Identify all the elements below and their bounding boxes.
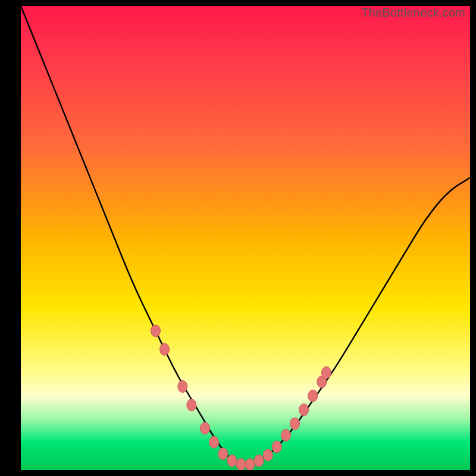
data-marker xyxy=(272,441,281,453)
data-marker xyxy=(160,343,170,355)
watermark-label: TheBottleneck.com xyxy=(361,6,465,20)
data-marker xyxy=(290,418,300,430)
plot-area: TheBottleneck.com xyxy=(21,6,470,470)
data-marker xyxy=(236,459,246,470)
data-marker xyxy=(151,325,161,337)
data-marker xyxy=(227,455,237,466)
data-marker xyxy=(178,381,187,393)
data-marker xyxy=(321,367,331,378)
data-marker xyxy=(201,422,210,434)
data-marker xyxy=(245,459,255,470)
data-marker xyxy=(263,449,273,461)
data-marker xyxy=(299,404,309,416)
data-marker xyxy=(308,390,318,402)
bottleneck-curve xyxy=(21,6,470,470)
chart-container: TheBottleneck.com xyxy=(0,0,476,476)
data-marker xyxy=(209,436,219,448)
data-marker xyxy=(254,455,264,466)
data-marker xyxy=(218,448,228,460)
data-marker xyxy=(281,430,290,441)
data-marker xyxy=(187,399,196,411)
